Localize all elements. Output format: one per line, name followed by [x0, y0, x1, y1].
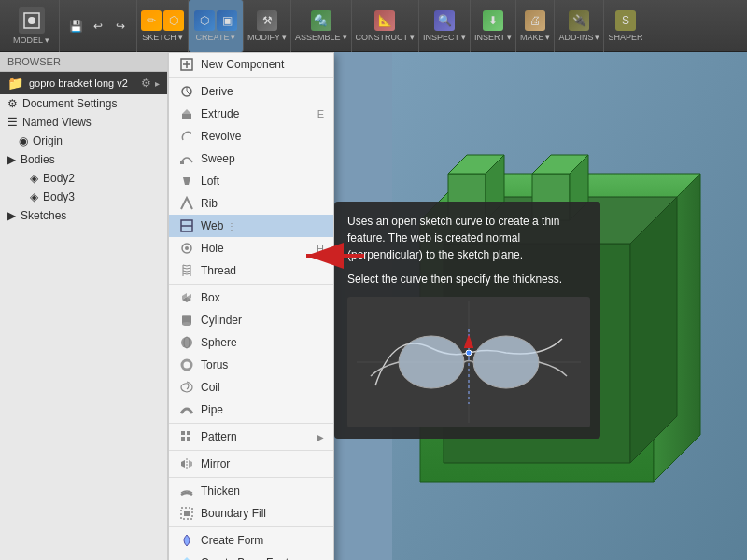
model-label[interactable]: MODEL ▾ [13, 35, 49, 45]
menu-item-sphere[interactable]: Sphere [169, 331, 333, 354]
browser-item-bodies[interactable]: ▶ Bodies [0, 150, 167, 169]
sketch-label[interactable]: SKETCH ▾ [142, 33, 183, 42]
sketch-icon2[interactable]: ⬡ [163, 10, 184, 31]
make-icon[interactable]: 🖨 [525, 10, 545, 31]
svg-marker-40 [181, 460, 185, 468]
expand-icon[interactable]: ▸ [155, 78, 160, 89]
addins-icon[interactable]: 🔌 [569, 10, 589, 31]
separator5 [169, 477, 333, 478]
box-icon [178, 290, 195, 305]
menu-item-thread[interactable]: Thread [169, 259, 333, 282]
construct-icon[interactable]: 📐 [374, 10, 395, 31]
file-item[interactable]: 📁 gopro bracket long v2 ⚙ ▸ [0, 72, 167, 94]
browser-item-sketches[interactable]: ▶ Sketches [0, 206, 167, 225]
create-label[interactable]: CREATE ▾ [196, 33, 236, 42]
menu-item-torus[interactable]: Torus [169, 354, 333, 376]
undo-button[interactable]: ↩ [88, 16, 108, 36]
browser-item-body3[interactable]: ◈ Body3 [0, 188, 167, 206]
menu-item-pattern[interactable]: Pattern ▶ [169, 426, 333, 448]
settings-icon[interactable]: ⚙ [141, 77, 151, 90]
origin-label: Origin [33, 134, 63, 147]
menu-item-loft[interactable]: Loft [169, 170, 333, 192]
menu-item-thicken[interactable]: Thicken [169, 480, 333, 502]
menu-item-coil[interactable]: Coil [169, 376, 333, 399]
sketch-icon[interactable]: ✏ [141, 10, 162, 31]
assemble-icon[interactable]: 🔩 [311, 10, 331, 31]
svg-rect-38 [187, 437, 190, 441]
extrude-label: Extrude [201, 107, 239, 120]
menu-item-extrude[interactable]: Extrude E [169, 103, 333, 125]
menu-item-derive[interactable]: Derive [169, 80, 333, 103]
menu-item-hole[interactable]: Hole H [169, 237, 333, 259]
sphere-icon [178, 335, 195, 350]
pipe-icon [178, 402, 195, 417]
addins-label[interactable]: ADD-INS ▾ [558, 33, 599, 42]
inspect-icon[interactable]: 🔍 [434, 10, 455, 31]
thicken-icon [178, 483, 195, 498]
loft-label: Loft [201, 175, 219, 188]
mirror-label: Mirror [201, 457, 230, 470]
create-form-icon [178, 533, 195, 548]
construct-label[interactable]: CONSTRUCT ▾ [356, 33, 416, 42]
bodies-label: Bodies [21, 153, 55, 166]
create-icon2[interactable]: ▣ [217, 10, 237, 31]
main-toolbar: MODEL ▾ 💾 ↩ ↪ ✏ ⬡ SKETCH ▾ ⬡ ▣ CREATE ▾ [0, 0, 747, 52]
menu-item-box[interactable]: Box [169, 287, 333, 309]
rib-icon [178, 196, 195, 211]
menu-item-pipe[interactable]: Pipe [169, 399, 333, 421]
assemble-label[interactable]: ASSEMBLE ▾ [295, 33, 347, 42]
insert-label[interactable]: INSERT ▾ [474, 33, 512, 42]
menu-item-web[interactable]: Web ⋮ [169, 215, 333, 237]
menu-item-boundary-fill[interactable]: Boundary Fill [169, 502, 333, 525]
body3-icon: ◈ [30, 190, 38, 203]
inspect-label[interactable]: INSPECT ▾ [423, 33, 466, 42]
loft-icon [178, 174, 195, 189]
cylinder-label: Cylinder [201, 314, 242, 327]
thread-icon [178, 263, 195, 278]
menu-item-sweep[interactable]: Sweep [169, 147, 333, 170]
menu-item-cylinder[interactable]: Cylinder [169, 309, 333, 331]
separator2 [169, 284, 333, 285]
named-views-icon: ☰ [7, 116, 18, 129]
app-logo[interactable] [19, 7, 45, 34]
menu-item-new-component[interactable]: New Component [169, 53, 333, 76]
file-icon: 📁 [7, 76, 23, 91]
sweep-icon [178, 151, 195, 166]
mirror-icon [178, 456, 195, 471]
browser-item-named-views[interactable]: ☰ Named Views [0, 113, 167, 132]
web-label: Web [201, 219, 223, 232]
tooltip-popup: Uses an open sketch curve to create a th… [334, 202, 600, 439]
menu-item-revolve[interactable]: Revolve [169, 125, 333, 147]
shaper-icon[interactable]: S [615, 10, 636, 31]
create-dropdown: New Component Derive Extrude E Revolve [168, 52, 334, 560]
redo-button[interactable]: ↪ [110, 16, 131, 36]
construct-group: 📐 CONSTRUCT ▾ [352, 0, 420, 52]
menu-item-create-base-feature[interactable]: Create Base Feature [169, 552, 333, 560]
pattern-label: Pattern [201, 430, 237, 443]
rib-label: Rib [201, 197, 218, 210]
hole-shortcut: H [317, 243, 324, 254]
shaper-label[interactable]: SHAPER [608, 33, 642, 42]
body3-label: Body3 [43, 190, 75, 203]
menu-item-create-form[interactable]: Create Form [169, 529, 333, 552]
make-group: 🖨 MAKE ▾ [516, 0, 556, 52]
browser-header: BROWSER [0, 52, 167, 72]
modify-label[interactable]: MODIFY ▾ [247, 33, 287, 42]
insert-icon[interactable]: ⬇ [483, 10, 503, 31]
web-more-icon[interactable]: ⋮ [227, 221, 236, 231]
browser-item-origin[interactable]: ◉ Origin [0, 132, 167, 150]
menu-item-rib[interactable]: Rib [169, 192, 333, 215]
browser-item-doc-settings[interactable]: ⚙ Document Settings [0, 94, 167, 113]
svg-point-60 [473, 336, 539, 388]
menu-item-mirror[interactable]: Mirror [169, 453, 333, 475]
shaper-group: S SHAPER [604, 0, 646, 52]
revolve-icon [178, 129, 195, 144]
browser-item-body2[interactable]: ◈ Body2 [0, 169, 167, 188]
make-label[interactable]: MAKE ▾ [520, 33, 551, 42]
modify-icon[interactable]: ⚒ [257, 10, 277, 31]
save-button[interactable]: 💾 [65, 16, 86, 36]
create-base-feature-icon [178, 555, 195, 560]
create-icon1[interactable]: ⬡ [194, 10, 215, 31]
hole-icon [178, 241, 195, 256]
viewport[interactable]: New Component Derive Extrude E Revolve [168, 52, 747, 560]
